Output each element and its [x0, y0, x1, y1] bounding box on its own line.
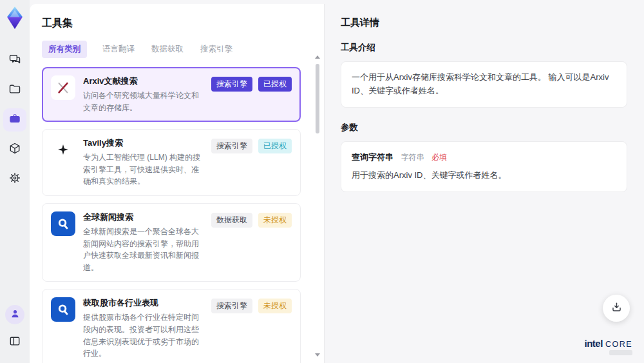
- sidebar: [0, 0, 30, 363]
- tool-name: 全球新闻搜索: [83, 211, 204, 223]
- tab-language-translation[interactable]: 语言翻译: [101, 41, 136, 58]
- category-badge: 搜索引擎: [211, 77, 252, 92]
- intro-box: 一个用于从Arxiv存储库搜索科学论文和文章的工具。 输入可以是Arxiv ID…: [341, 61, 627, 108]
- intro-text: 一个用于从Arxiv存储库搜索科学论文和文章的工具。 输入可以是Arxiv ID…: [352, 72, 609, 95]
- download-button[interactable]: [603, 295, 630, 322]
- tool-card-sector-performance[interactable]: 获取股市各行业表现 提供股票市场各个行业在特定时间段内的表现。投资者可以利用这些…: [42, 289, 301, 363]
- core-brand-text: CORE: [605, 340, 632, 349]
- briefcase-icon: [8, 112, 21, 128]
- sparkle-logo-icon: [51, 137, 75, 162]
- intro-heading: 工具介绍: [341, 42, 627, 54]
- auth-status-badge: 已授权: [258, 77, 292, 92]
- tab-data-fetch[interactable]: 数据获取: [150, 41, 185, 58]
- auth-status-badge: 未授权: [258, 299, 292, 313]
- tool-list-panel: 工具集 所有类别 语言翻译 数据获取 搜索引擎 Arxiv文献搜索 访问各个研究…: [30, 4, 325, 363]
- details-title: 工具详情: [341, 17, 627, 29]
- app-logo: [5, 6, 25, 29]
- sidebar-item-collapse[interactable]: [3, 331, 26, 354]
- page-title: 工具集: [42, 17, 311, 30]
- main-content: 工具集 所有类别 语言翻译 数据获取 搜索引擎 Arxiv文献搜索 访问各个研究…: [30, 0, 644, 363]
- chat-icon: [8, 53, 21, 68]
- news-search-logo-icon: [51, 211, 75, 236]
- sidebar-item-files[interactable]: [3, 79, 26, 102]
- category-badge: 搜索引擎: [211, 139, 252, 153]
- tool-list: Arxiv文献搜索 访问各个研究领域大量科学论文和文章的存储库。 搜索引擎 已授…: [42, 67, 311, 363]
- arxiv-logo-icon: [51, 75, 75, 100]
- param-required-flag: 必填: [431, 153, 447, 162]
- category-badge: 搜索引擎: [211, 299, 252, 313]
- tool-details-panel: 工具详情 工具介绍 一个用于从Arxiv存储库搜索科学论文和文章的工具。 输入可…: [325, 0, 644, 363]
- sidebar-item-toolbox[interactable]: [3, 108, 26, 132]
- auth-status-badge: 未授权: [258, 213, 292, 228]
- intel-sub-badge: [609, 350, 632, 355]
- gear-icon: [8, 172, 21, 187]
- tool-card-tavily[interactable]: Tavily搜索 专为人工智能代理 (LLM) 构建的搜索引擎工具，可快速提供实…: [42, 129, 301, 196]
- sidebar-item-account[interactable]: [5, 305, 24, 324]
- param-name: 查询字符串: [352, 152, 393, 162]
- scroll-up-arrow-icon[interactable]: [315, 55, 320, 59]
- folder-icon: [8, 83, 21, 98]
- sidebar-item-chat[interactable]: [3, 49, 26, 72]
- cube-icon: [8, 142, 21, 157]
- tool-description: 全球新闻搜索是一个聚合全球各大新闻网站内容的搜索引擎，帮助用户快速获取全球最新资…: [83, 226, 204, 273]
- sidebar-item-settings[interactable]: [3, 168, 26, 191]
- download-icon: [611, 301, 623, 315]
- category-tabs: 所有类别 语言翻译 数据获取 搜索引擎: [42, 41, 311, 58]
- tool-description: 提供股票市场各个行业在特定时间段内的表现。投资者可以利用这些信息来识别表现优于或…: [83, 311, 204, 359]
- tool-name: Tavily搜索: [83, 137, 204, 149]
- tab-search-engine[interactable]: 搜索引擎: [199, 41, 234, 58]
- user-icon: [10, 308, 21, 322]
- param-box: 查询字符串 字符串 必填 用于搜索的Arxiv ID、关键字或作者姓名。: [341, 141, 627, 193]
- panel-toggle-icon: [8, 335, 21, 350]
- scroll-down-arrow-icon[interactable]: [315, 353, 320, 357]
- tool-name: 获取股市各行业表现: [83, 297, 204, 309]
- sidebar-item-models[interactable]: [3, 138, 26, 161]
- tool-name: Arxiv文献搜索: [83, 75, 204, 87]
- app-window: 工具集 所有类别 语言翻译 数据获取 搜索引擎 Arxiv文献搜索 访问各个研究…: [0, 0, 644, 363]
- category-badge: 数据获取: [211, 213, 252, 228]
- param-description: 用于搜索的Arxiv ID、关键字或作者姓名。: [352, 169, 616, 182]
- param-type: 字符串: [401, 153, 424, 162]
- scrollbar-thumb[interactable]: [316, 64, 319, 133]
- news-search-logo-icon: [51, 297, 75, 322]
- list-scrollbar[interactable]: [314, 55, 321, 357]
- tool-card-arxiv[interactable]: Arxiv文献搜索 访问各个研究领域大量科学论文和文章的存储库。 搜索引擎 已授…: [42, 67, 301, 122]
- tab-all-categories[interactable]: 所有类别: [42, 41, 87, 58]
- auth-status-badge: 已授权: [258, 139, 292, 153]
- intel-core-logo: intel CORE: [585, 338, 632, 356]
- tool-description: 专为人工智能代理 (LLM) 构建的搜索引擎工具，可快速提供实时、准确和真实的结…: [83, 152, 204, 188]
- intel-brand-text: intel: [585, 338, 603, 348]
- params-heading: 参数: [341, 122, 627, 133]
- tool-card-global-news[interactable]: 全球新闻搜索 全球新闻搜索是一个聚合全球各大新闻网站内容的搜索引擎，帮助用户快速…: [42, 203, 301, 282]
- tool-description: 访问各个研究领域大量科学论文和文章的存储库。: [83, 90, 204, 113]
